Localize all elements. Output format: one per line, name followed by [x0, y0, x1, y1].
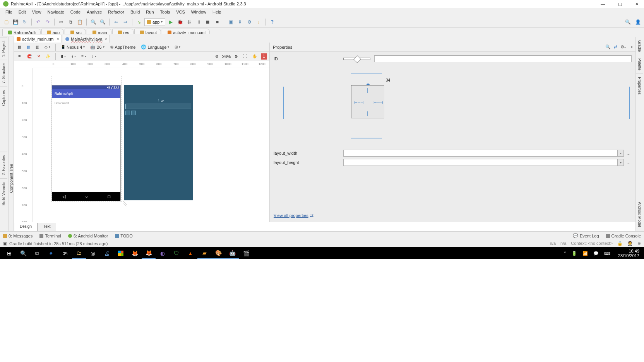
- replace-icon[interactable]: 🔍: [99, 18, 106, 26]
- firefox-dev-icon[interactable]: 🦊: [128, 248, 142, 259]
- debug-icon[interactable]: 🐞: [176, 18, 184, 26]
- menu-view[interactable]: View: [29, 9, 45, 15]
- layout-height-dropdown[interactable]: ▾: [618, 159, 624, 166]
- pack-icon[interactable]: ⫞▾: [70, 54, 77, 58]
- menu-refactor[interactable]: Refactor: [105, 9, 127, 15]
- find-icon[interactable]: 🔍: [89, 18, 97, 26]
- menu-code[interactable]: Code: [67, 9, 84, 15]
- sdk-icon[interactable]: ⬇: [236, 18, 244, 26]
- component-tree-tab[interactable]: Component Tree: [9, 161, 14, 196]
- layout-height-input[interactable]: [343, 159, 618, 166]
- redo-icon[interactable]: ↷: [44, 18, 51, 26]
- menu-window[interactable]: Window: [188, 9, 209, 15]
- attach-icon[interactable]: ⇊: [185, 18, 193, 26]
- clear-constraints-icon[interactable]: ✕: [36, 54, 42, 58]
- sync-icon[interactable]: ↻: [21, 18, 29, 26]
- orientation-icon[interactable]: ◇▾: [43, 45, 52, 49]
- selected-view[interactable]: [125, 104, 191, 109]
- firefox-icon[interactable]: 🦊: [142, 248, 156, 259]
- stop2-icon[interactable]: ■: [213, 18, 221, 26]
- id-input[interactable]: [374, 55, 632, 62]
- tab-activity-main[interactable]: activity_main.xml ×: [14, 35, 62, 43]
- explorer-icon[interactable]: 🗂: [72, 248, 86, 259]
- search-icon[interactable]: 🔍: [624, 18, 632, 26]
- paste-icon[interactable]: 📋: [76, 18, 84, 26]
- undo-icon[interactable]: ↶: [34, 18, 42, 26]
- restart-icon[interactable]: ⏹: [204, 18, 212, 26]
- feedback-icon[interactable]: ⊕: [637, 241, 641, 246]
- help-icon[interactable]: ?: [268, 18, 276, 26]
- vlc-icon[interactable]: ▲: [183, 248, 197, 259]
- terminal-tool[interactable]: Terminal: [39, 234, 61, 238]
- resize-handle[interactable]: [122, 201, 128, 207]
- menu-navigate[interactable]: Navigate: [44, 9, 67, 15]
- constraint-widget[interactable]: 34 │ │ ⊢─⊣ ⊢─⊣: [274, 63, 632, 141]
- wifi-icon[interactable]: 📶: [582, 251, 588, 256]
- stop-icon[interactable]: ⏸: [195, 18, 202, 26]
- minimize-button[interactable]: —: [598, 2, 607, 7]
- prop-search-icon[interactable]: 🔍: [605, 44, 611, 50]
- phone-preview[interactable]: ▾▮7:00 RahimeAplli Hello World! ◁○□: [52, 85, 121, 200]
- back-icon[interactable]: ⇐: [112, 18, 120, 26]
- menu-edit[interactable]: Edit: [15, 9, 29, 15]
- theme-select[interactable]: ◉AppTheme: [108, 44, 137, 50]
- tab-text[interactable]: Text: [38, 223, 56, 231]
- project-tool-tab[interactable]: 1: Project: [0, 37, 7, 60]
- todo-tool[interactable]: TODO: [115, 234, 133, 238]
- build-variants-tool-tab[interactable]: Build Variants: [0, 178, 7, 208]
- margin-top-value[interactable]: 34: [386, 78, 390, 82]
- device-select[interactable]: 📱Nexus 4▾: [59, 45, 86, 50]
- save-icon[interactable]: 💾: [12, 18, 19, 26]
- android-model-tool-tab[interactable]: Android Model: [636, 199, 643, 230]
- search-button[interactable]: 🔍: [16, 248, 30, 259]
- smart-action-icons[interactable]: [125, 111, 136, 115]
- start-button[interactable]: ⊞: [2, 248, 16, 259]
- tab-design[interactable]: Design: [14, 223, 38, 231]
- infer-constraints-icon[interactable]: ✨: [44, 54, 52, 58]
- more-icon[interactable]: …: [625, 160, 632, 165]
- man-icon[interactable]: 🤵: [627, 241, 633, 246]
- media-icon[interactable]: ◎: [86, 248, 100, 259]
- ms-icon[interactable]: [114, 248, 128, 259]
- action-2-icon[interactable]: [131, 111, 136, 115]
- menu-help[interactable]: Help: [209, 9, 224, 15]
- more-icon[interactable]: …: [625, 151, 632, 155]
- blueprint-preview[interactable]: ↕ 34: [124, 85, 193, 200]
- design-canvas[interactable]: 0 100 200 300 400 500 600 700 800 900 10…: [14, 61, 269, 222]
- open-icon[interactable]: ▢: [2, 18, 10, 26]
- event-log-tool[interactable]: 💬Event Log: [573, 233, 599, 238]
- layout-width-input[interactable]: [343, 150, 618, 157]
- user-icon[interactable]: 👤: [634, 18, 642, 26]
- volume-icon[interactable]: 💬: [593, 251, 599, 256]
- cut-icon[interactable]: ✂: [57, 18, 65, 26]
- variant-icon[interactable]: ⊞▾: [173, 45, 182, 49]
- language-select[interactable]: 🌐Language▾: [139, 44, 171, 50]
- zoom-in-icon[interactable]: ⊕: [233, 54, 239, 58]
- action-1-icon[interactable]: [125, 111, 130, 115]
- clock[interactable]: 16:49 23/10/2017: [616, 249, 642, 258]
- gradle-tool-tab[interactable]: Gradle: [636, 37, 643, 55]
- design-view-icon[interactable]: ▦: [25, 45, 32, 49]
- android-studio-icon[interactable]: 🤖: [225, 248, 239, 259]
- android-monitor-tool[interactable]: 6: Android Monitor: [68, 234, 108, 238]
- run-config-combo[interactable]: app ▾: [144, 18, 165, 26]
- prop-gear-icon[interactable]: ⚙▾: [620, 44, 626, 50]
- shield-icon[interactable]: 🛡: [170, 248, 183, 259]
- menu-tools[interactable]: Tools: [157, 9, 173, 15]
- messages-tool[interactable]: 0: Messages: [3, 234, 33, 238]
- lock-icon[interactable]: 🔒: [617, 241, 623, 246]
- avd-icon[interactable]: ▣: [227, 18, 235, 26]
- close-tab-icon[interactable]: ×: [57, 37, 59, 41]
- close-tab-icon[interactable]: ×: [104, 37, 107, 41]
- fit-icon[interactable]: ⛶: [242, 54, 248, 58]
- video-icon[interactable]: 🎬: [239, 248, 253, 259]
- sublime-icon[interactable]: ▰: [197, 248, 211, 259]
- task-view-button[interactable]: ⧉: [30, 248, 44, 259]
- make-icon[interactable]: ↘: [135, 18, 143, 26]
- eye-icon[interactable]: 👁: [16, 54, 23, 58]
- copy-icon[interactable]: ⧉: [67, 18, 74, 26]
- prop-collapse-icon[interactable]: ⇥: [629, 44, 632, 50]
- prop-swap-icon[interactable]: ⇄: [614, 44, 617, 50]
- api-select[interactable]: 🤖26▾: [89, 44, 106, 50]
- eclipse-icon[interactable]: ◐: [156, 248, 170, 259]
